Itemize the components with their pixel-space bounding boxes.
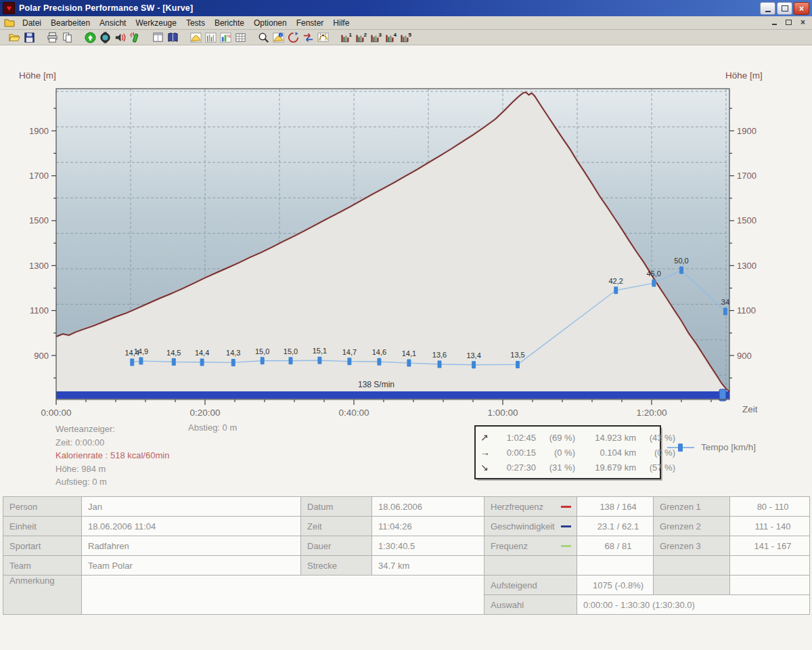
document-folder-icon[interactable] — [4, 18, 15, 27]
svg-text:i: i — [279, 33, 281, 37]
empty-label-cell — [484, 556, 577, 576]
table-row: Anmerkung Aufsteigend 1075 (-0.8%) — [3, 576, 810, 595]
svg-text:138 S/min: 138 S/min — [358, 380, 394, 389]
flat-arrow-icon: → — [480, 447, 495, 458]
stats-row-descent: ↘ 0:27:30 (31 %) 19.679 km (57 %) — [480, 460, 675, 475]
svg-text:14,3: 14,3 — [226, 349, 240, 357]
strecke-value: 34.7 km — [372, 556, 484, 576]
svg-text:1:00:00: 1:00:00 — [487, 408, 518, 418]
werteanzeiger-label: Werteanzeiger: — [55, 422, 169, 436]
svg-text:Höhe [m]: Höhe [m] — [19, 70, 56, 81]
grid-icon[interactable] — [233, 30, 248, 45]
svg-text:1: 1 — [348, 31, 352, 37]
close-button[interactable]: × — [794, 2, 809, 15]
ir-device-icon[interactable] — [127, 30, 142, 45]
sound-icon[interactable] — [112, 30, 127, 45]
diary-icon[interactable] — [150, 30, 165, 45]
anmerkung-label: Anmerkung — [3, 576, 82, 615]
table-row: Sportart Radfahren Dauer 1:30:40.5 Frequ… — [3, 536, 810, 556]
descent-time: 0:27:30 — [495, 462, 536, 473]
svg-text:1900: 1900 — [737, 126, 757, 136]
save-icon[interactable] — [22, 30, 37, 45]
grenzen2-value: 111 - 140 — [730, 517, 810, 536]
readout-abstieg: Abstieg: 0 m — [188, 422, 237, 433]
menu-item-fenster[interactable]: Fenster — [292, 17, 329, 29]
legend-label: Tempo [km/h] — [701, 442, 756, 452]
info-curve-icon[interactable]: i — [271, 30, 286, 45]
bars-icon[interactable] — [203, 30, 218, 45]
curve-icon[interactable] — [188, 30, 203, 45]
minimize-button[interactable] — [760, 2, 775, 15]
book-icon[interactable] — [165, 30, 180, 45]
datum-label: Datum — [301, 497, 372, 517]
report-5-icon[interactable]: 5 — [398, 30, 413, 45]
print-icon[interactable] — [45, 30, 60, 45]
flat-dist: 0.104 km — [575, 448, 636, 458]
flat-time-pct: (0 %) — [536, 448, 575, 458]
select-curve-icon[interactable] — [315, 30, 330, 45]
chart-plot[interactable]: 138 S/min14,414,914,514,414,315,015,015,… — [19, 70, 763, 418]
laps-icon[interactable] — [286, 30, 300, 45]
team-label: Team — [3, 556, 82, 576]
menu-item-tests[interactable]: Tests — [181, 17, 210, 29]
menu-item-hilfe[interactable]: Hilfe — [328, 17, 354, 29]
frequenz-label: Frequenz — [484, 536, 577, 556]
menu-bar: DateiBearbeitenAnsichtWerkzeugeTestsBeri… — [0, 16, 812, 30]
speed-color-swatch — [561, 525, 571, 527]
menu-item-optionen[interactable]: Optionen — [249, 17, 292, 29]
team-value: Team Polar — [82, 556, 301, 576]
svg-text:0:40:00: 0:40:00 — [338, 408, 369, 418]
descent-dist: 19.679 km — [575, 462, 636, 473]
svg-text:14,4: 14,4 — [195, 349, 209, 357]
restore-button[interactable] — [777, 2, 792, 15]
strecke-label: Strecke — [301, 556, 372, 576]
zeit-label: Zeit — [301, 517, 372, 536]
watch-icon[interactable] — [97, 30, 112, 45]
person-label: Person — [3, 497, 82, 517]
svg-text:Zeit: Zeit — [742, 404, 758, 414]
heart-rate-color-swatch — [561, 506, 571, 508]
app-heart-icon: ♥ — [3, 2, 15, 14]
empty-label-cell — [654, 576, 730, 595]
grenzen1-value: 80 - 110 — [730, 497, 810, 517]
mdi-minimize-button[interactable] — [769, 18, 780, 26]
stats-row-ascent: ↗ 1:02:45 (69 %) 14.923 km (43 %) — [480, 430, 675, 445]
svg-text:1100: 1100 — [30, 305, 49, 316]
einheit-value: 18.06.2006 11:04 — [82, 517, 301, 536]
report-3-icon[interactable]: 3 — [368, 30, 383, 45]
report-4-icon[interactable]: 4 — [383, 30, 398, 45]
menu-item-datei[interactable]: Datei — [18, 17, 46, 29]
legend-line — [667, 447, 694, 448]
copy-icon[interactable] — [60, 30, 74, 45]
menu-item-berichte[interactable]: Berichte — [210, 17, 249, 29]
transfer-icon[interactable] — [83, 30, 97, 45]
svg-text:13,5: 13,5 — [510, 351, 524, 359]
menu-item-bearbeiten[interactable]: Bearbeiten — [46, 17, 95, 29]
curve-chart[interactable]: 138 S/min14,414,914,514,414,315,015,015,… — [0, 0, 812, 494]
sportart-label: Sportart — [3, 536, 82, 556]
percent-chart-icon[interactable]: % — [218, 30, 233, 45]
table-row: Team Team Polar Strecke 34.7 km — [3, 556, 810, 576]
svg-text:15,0: 15,0 — [284, 347, 298, 355]
svg-text:14,5: 14,5 — [166, 349, 181, 357]
flat-time: 0:00:15 — [495, 448, 536, 458]
menu-item-ansicht[interactable]: Ansicht — [95, 17, 131, 29]
mdi-close-button[interactable]: × — [798, 18, 808, 26]
report-1-icon[interactable]: 1 — [338, 30, 353, 45]
ascent-dist-pct: (43 %) — [636, 433, 675, 443]
herzfrequenz-value: 138 / 164 — [577, 497, 654, 517]
empty-value-cell — [577, 556, 654, 576]
readout-kalorienrate: Kalorienrate : 518 kcal/60min — [55, 449, 169, 462]
svg-text:Höhe [m]: Höhe [m] — [725, 70, 763, 81]
menu-item-werkzeuge[interactable]: Werkzeuge — [131, 17, 181, 29]
svg-text:50,0: 50,0 — [674, 257, 688, 265]
compare-icon[interactable] — [300, 30, 315, 45]
zoom-icon[interactable] — [256, 30, 271, 45]
open-icon[interactable] — [7, 30, 22, 45]
auswahl-value: 0:00:00 - 1:30:30 (1:30:30.0) — [577, 595, 810, 615]
descent-arrow-icon: ↘ — [480, 462, 495, 473]
report-2-icon[interactable]: 2 — [353, 30, 368, 45]
mdi-restore-button[interactable] — [784, 18, 794, 26]
svg-text:0:00:00: 0:00:00 — [41, 408, 71, 418]
svg-text:1700: 1700 — [737, 171, 757, 181]
